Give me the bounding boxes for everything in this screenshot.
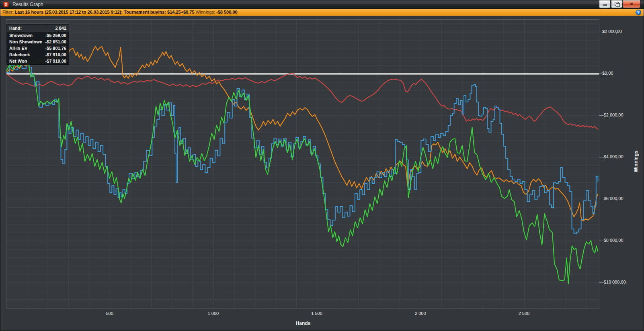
tooltip-header: Hand: 2 842 bbox=[7, 25, 69, 32]
y-tick-mark bbox=[599, 199, 602, 199]
hand-tooltip: Hand: 2 842 Showdown -$5 259,00 Non Show… bbox=[6, 24, 69, 65]
x-tick-label: 1 500 bbox=[305, 311, 329, 316]
y-tick-label: -$6 000,00 bbox=[602, 196, 623, 201]
tooltip-row-allin-ev: All-In EV -$5 801,76 bbox=[7, 45, 69, 51]
y-tick-mark bbox=[599, 157, 602, 157]
y-tick-mark bbox=[599, 241, 602, 241]
winnings-value: -$8 500,00 bbox=[216, 10, 238, 14]
tooltip-row-net-won: Net Won -$7 910,00 bbox=[7, 58, 69, 64]
tooltip-row-non-showdown: Non Showdown -$2 651,00 bbox=[7, 39, 69, 45]
window-controls: × bbox=[599, 0, 640, 8]
filter-text: Last 16 hours (25.03.2015 17:12 to 26.03… bbox=[15, 10, 195, 14]
tooltip-row-rakeback: Rakeback -$7 910,00 bbox=[7, 51, 69, 58]
plot-region[interactable] bbox=[6, 19, 599, 309]
y-tick-mark bbox=[599, 32, 602, 32]
y-tick-label: -$8 000,00 bbox=[602, 238, 623, 243]
filter-bar: Filter: Last 16 hours (25.03.2015 17:12 … bbox=[0, 9, 644, 16]
window-title: Results Graph bbox=[12, 2, 43, 7]
results-graph-window: 2 Results Graph × Filter: Last 16 hours … bbox=[0, 0, 644, 331]
results-line-chart bbox=[6, 20, 599, 308]
y-axis-title: Winnings bbox=[633, 147, 639, 176]
x-tick-label: 1 000 bbox=[201, 311, 225, 316]
tooltip-header-label: Hand: bbox=[9, 26, 22, 31]
y-tick-label: $0,00 bbox=[602, 71, 613, 76]
x-tick-label: 500 bbox=[98, 311, 122, 316]
y-tick-label: $2 000,00 bbox=[602, 29, 622, 34]
restore-button[interactable] bbox=[611, 0, 622, 8]
close-icon: × bbox=[623, 0, 640, 7]
tooltip-header-value: 2 842 bbox=[55, 26, 66, 31]
x-axis-title: Hands bbox=[287, 321, 319, 326]
y-tick-mark bbox=[599, 282, 602, 283]
y-tick-mark bbox=[599, 115, 602, 116]
minimize-button[interactable] bbox=[599, 0, 611, 8]
y-tick-label: -$10 000,00 bbox=[602, 280, 626, 284]
tooltip-row-showdown: Showdown -$5 259,00 bbox=[7, 32, 69, 39]
x-tick-label: 2 500 bbox=[512, 311, 536, 316]
help-icon[interactable]: ? bbox=[636, 10, 641, 15]
y-tick-mark bbox=[599, 74, 602, 74]
winnings-label: Winnings: bbox=[196, 10, 215, 14]
chart-area: Hand: 2 842 Showdown -$5 259,00 Non Show… bbox=[0, 16, 644, 331]
y-tick-label: -$2 000,00 bbox=[602, 112, 623, 117]
y-tick-label: -$4 000,00 bbox=[602, 154, 623, 159]
title-bar[interactable]: 2 Results Graph × bbox=[0, 0, 644, 9]
close-button[interactable]: × bbox=[623, 0, 640, 8]
filter-label: Filter: bbox=[2, 10, 14, 14]
x-tick-label: 2 000 bbox=[408, 311, 433, 316]
minimize-icon bbox=[603, 4, 607, 6]
app-icon: 2 bbox=[3, 2, 9, 7]
